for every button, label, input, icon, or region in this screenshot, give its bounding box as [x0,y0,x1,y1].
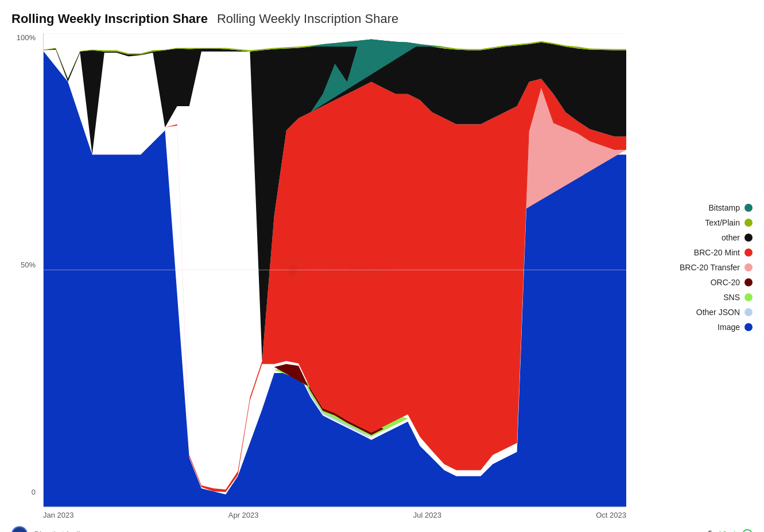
legend-label-brc20transfer: BRC-20 Transfer [680,263,740,272]
footer: @iamthetripoli ↺ 12min ✓ [11,522,753,532]
time-badge: 12min ✓ [718,529,753,532]
chart-svg [44,33,626,507]
legend-dot-other [744,234,753,242]
x-label-jul: Jul 2023 [413,511,441,519]
legend-item-sns: SNS [638,293,753,302]
avatar [11,526,28,532]
legend-label-other: other [722,233,740,242]
x-label-oct: Oct 2023 [596,511,626,519]
user-info: @iamthetripoli [11,526,80,532]
legend-item-textplain: Text/Plain [638,218,753,227]
legend-item-bitstamp: Bitstamp [638,203,753,212]
refresh-icon[interactable]: ↺ [704,528,712,532]
legend-label-image: Image [718,323,740,332]
legend-dot-brc20mint [744,248,753,257]
chart-title-normal: Rolling Weekly Inscription Share [217,11,398,26]
chart-area: 100% 50% 0 Dune [11,33,753,519]
legend-item-other: other [638,233,753,242]
page: Rolling Weekly Inscription Share Rolling… [0,0,764,532]
legend-dot-sns [744,293,753,301]
time-value: 12min [718,530,740,532]
footer-right: ↺ 12min ✓ [704,528,753,532]
y-axis: 100% 50% 0 [11,33,40,496]
legend-item-brc20transfer: BRC-20 Transfer [638,263,753,272]
username: @iamthetripoli [32,530,80,532]
x-label-jan: Jan 2023 [43,511,74,519]
legend-item-orc20: ORC-20 [638,278,753,287]
legend-label-bitstamp: Bitstamp [709,203,740,212]
legend-dot-image [744,323,753,331]
time-check-icon: ✓ [742,529,753,532]
x-label-apr: Apr 2023 [228,511,259,519]
chart-container: 100% 50% 0 Dune [11,33,626,519]
legend-item-brc20mint: BRC-20 Mint [638,248,753,257]
legend-label-orc20: ORC-20 [711,278,740,287]
chart-legend: Bitstamp Text/Plain other BRC-20 Mint BR… [638,33,753,519]
legend-item-otherjson: Other JSON [638,308,753,317]
chart-header: Rolling Weekly Inscription Share Rolling… [11,11,753,26]
x-axis: Jan 2023 Apr 2023 Jul 2023 Oct 2023 [43,507,626,519]
legend-item-image: Image [638,323,753,332]
legend-dot-orc20 [744,278,753,286]
legend-dot-textplain [744,219,753,227]
legend-dot-bitstamp [744,204,753,212]
svg-marker-10 [311,40,444,47]
y-label-0: 0 [32,488,36,496]
legend-dot-brc20transfer [744,263,753,271]
legend-label-sns: SNS [723,293,740,302]
legend-dot-otherjson [744,308,753,316]
chart-plot-area: Dune [43,33,626,507]
y-label-100: 100% [17,33,36,42]
legend-label-brc20mint: BRC-20 Mint [694,248,740,257]
legend-label-textplain: Text/Plain [705,218,740,227]
chart-title-bold: Rolling Weekly Inscription Share [11,11,208,26]
legend-label-otherjson: Other JSON [696,308,740,317]
y-label-50: 50% [21,261,36,269]
